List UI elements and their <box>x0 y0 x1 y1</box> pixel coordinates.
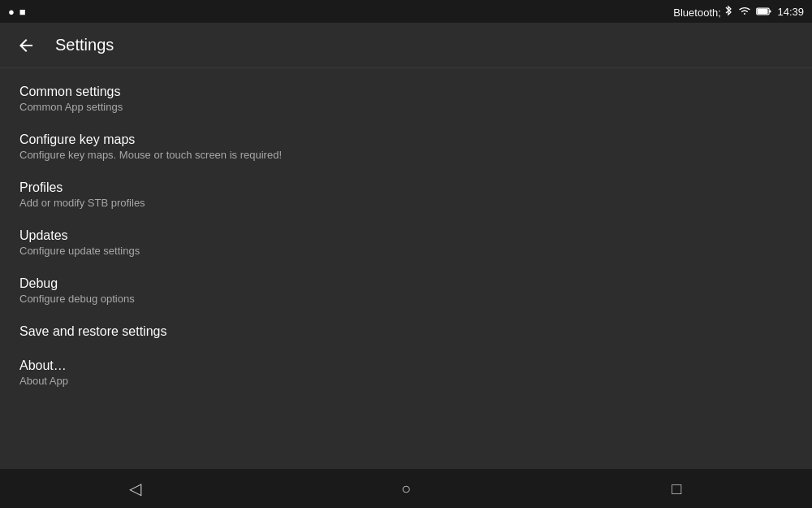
nav-recents-icon[interactable]: □ <box>657 469 696 508</box>
settings-item-about[interactable]: About…About App <box>0 349 812 397</box>
settings-item-subtitle-updates: Configure update settings <box>19 245 793 257</box>
status-bar: ● ■ Bluetooth; 14:39 <box>0 0 812 23</box>
settings-item-subtitle-profiles: Add or modify STB profiles <box>19 197 793 209</box>
settings-item-common-settings[interactable]: Common settingsCommon App settings <box>0 75 812 123</box>
settings-list: Common settingsCommon App settingsConfig… <box>0 68 812 403</box>
nav-back-icon[interactable]: ◁ <box>116 469 155 508</box>
settings-item-subtitle-common-settings: Common App settings <box>19 101 793 113</box>
status-bar-left: ● ■ <box>8 6 26 18</box>
app-bar-title: Settings <box>55 36 114 54</box>
svg-rect-1 <box>758 9 768 14</box>
settings-item-title-about: About… <box>19 358 793 373</box>
settings-item-subtitle-about: About App <box>19 375 793 387</box>
back-button[interactable] <box>13 33 39 59</box>
status-bar-right: Bluetooth; 14:39 <box>673 5 804 19</box>
svg-rect-2 <box>770 10 771 12</box>
app-icon-1: ● <box>8 6 15 18</box>
settings-item-title-common-settings: Common settings <box>19 85 793 99</box>
settings-item-subtitle-debug: Configure debug options <box>19 293 793 305</box>
settings-item-title-save-restore: Save and restore settings <box>19 324 793 339</box>
status-time: 14:39 <box>777 6 804 18</box>
settings-item-updates[interactable]: UpdatesConfigure update settings <box>0 219 812 267</box>
app-bar: Settings <box>0 23 812 68</box>
settings-item-title-configure-key-maps: Configure key maps <box>19 132 793 147</box>
settings-item-debug[interactable]: DebugConfigure debug options <box>0 267 812 315</box>
settings-item-title-debug: Debug <box>19 276 793 291</box>
settings-item-configure-key-maps[interactable]: Configure key mapsConfigure key maps. Mo… <box>0 123 812 171</box>
bluetooth-icon: Bluetooth; <box>673 5 733 19</box>
settings-item-subtitle-configure-key-maps: Configure key maps. Mouse or touch scree… <box>19 149 793 161</box>
nav-home-icon[interactable]: ○ <box>387 469 425 508</box>
settings-item-profiles[interactable]: ProfilesAdd or modify STB profiles <box>0 171 812 219</box>
battery-icon <box>756 7 772 16</box>
app-icon-2: ■ <box>19 6 26 18</box>
settings-item-title-profiles: Profiles <box>19 180 793 195</box>
wifi-icon <box>738 6 751 18</box>
nav-bar: ◁ ○ □ <box>0 469 812 508</box>
settings-item-title-updates: Updates <box>19 228 793 243</box>
settings-item-save-restore[interactable]: Save and restore settings <box>0 315 812 349</box>
